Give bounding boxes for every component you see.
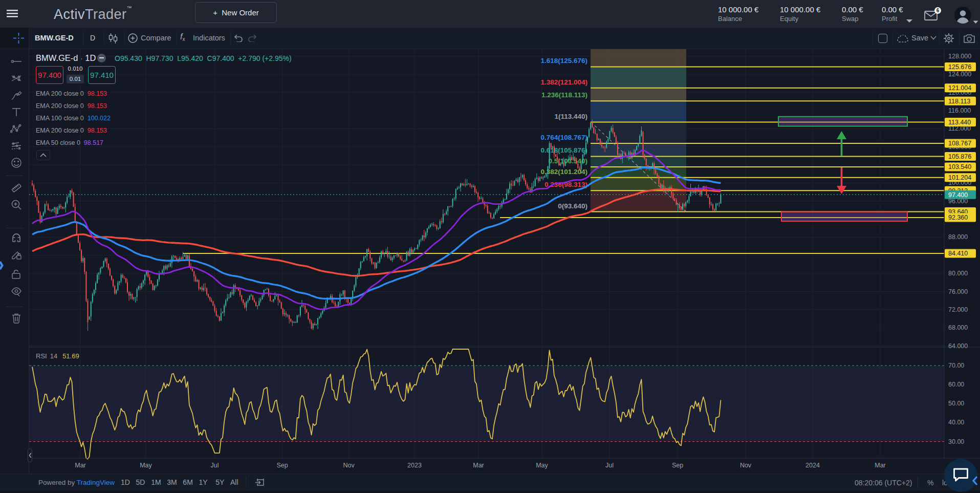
svg-text:2023: 2023 [407,462,422,469]
svg-text:113.440: 113.440 [948,119,971,126]
svg-text:Mar: Mar [473,462,484,469]
svg-text:1.618(125.676): 1.618(125.676) [540,57,587,65]
svg-text:50.00: 50.00 [948,400,964,407]
svg-text:84.410: 84.410 [948,250,968,257]
svg-text:108.767: 108.767 [948,140,971,147]
svg-text:1.236(118.113): 1.236(118.113) [541,91,587,99]
svg-text:88.000: 88.000 [948,233,968,241]
svg-text:Jul: Jul [605,462,614,469]
svg-text:80.000: 80.000 [948,270,968,277]
svg-text:124.000: 124.000 [948,71,971,78]
svg-text:30.00: 30.00 [948,438,964,445]
svg-text:116.000: 116.000 [948,107,971,114]
svg-text:RSI1451.69: RSI1451.69 [36,352,79,360]
svg-text:Jul: Jul [211,462,219,469]
svg-text:76.000: 76.000 [948,288,968,295]
svg-text:Nov: Nov [343,462,355,469]
svg-text:May: May [536,462,548,469]
svg-text:101.204: 101.204 [948,174,971,181]
svg-text:125.676: 125.676 [948,63,971,71]
svg-text:72.000: 72.000 [948,306,968,313]
svg-text:121.004: 121.004 [948,84,971,92]
svg-text:2024: 2024 [805,462,820,469]
svg-text:0(93.640): 0(93.640) [558,202,587,210]
svg-text:1.382(121.004): 1.382(121.004) [540,78,587,86]
svg-text:0.764(108.767): 0.764(108.767) [540,134,587,141]
svg-text:68.000: 68.000 [948,324,968,331]
svg-text:118.113: 118.113 [948,98,970,105]
svg-text:1(113.440): 1(113.440) [554,113,587,120]
svg-text:Mar: Mar [875,462,886,469]
svg-text:92.360: 92.360 [948,214,968,221]
svg-text:64.000: 64.000 [948,342,968,350]
svg-text:128.000: 128.000 [948,53,971,60]
svg-text:40.00: 40.00 [948,419,964,426]
svg-text:60.00: 60.00 [948,381,964,388]
svg-text:0.618(105.876): 0.618(105.876) [540,146,587,154]
svg-text:Mar: Mar [75,462,86,469]
svg-text:May: May [140,462,152,469]
svg-text:105.876: 105.876 [948,153,971,160]
svg-text:97.400: 97.400 [948,191,968,199]
svg-text:103.540: 103.540 [948,163,971,170]
svg-text:Sep: Sep [276,462,288,469]
svg-text:Nov: Nov [740,462,752,469]
svg-text:70.00: 70.00 [948,362,964,369]
svg-text:Sep: Sep [672,462,683,469]
